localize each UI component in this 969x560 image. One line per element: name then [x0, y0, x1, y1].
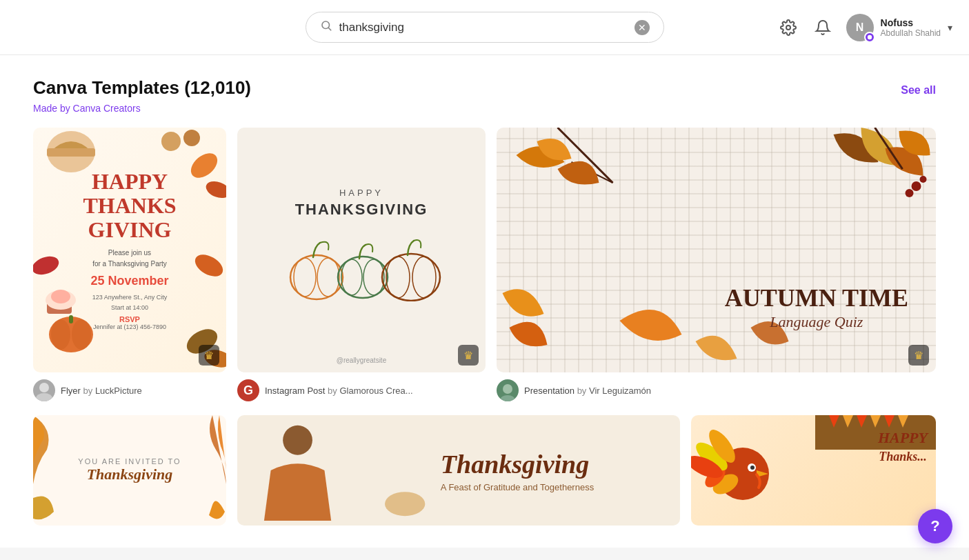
svg-rect-14	[47, 300, 72, 314]
svg-point-50	[717, 448, 769, 500]
svg-point-25	[317, 258, 339, 297]
svg-point-42	[385, 492, 425, 516]
svg-point-30	[386, 257, 410, 298]
svg-point-20	[183, 130, 200, 146]
section-title: Canva Templates (12,010)	[33, 77, 251, 99]
template-card-presentation[interactable]: AUTUMN TIME Language Quiz ♛ Presentation…	[497, 128, 936, 404]
help-button[interactable]: ?	[918, 509, 952, 543]
pres-subtitle: Language Quiz	[725, 313, 908, 331]
card-meta-text-flyer: Flyer by LuckPicture	[61, 386, 142, 396]
svg-marker-46	[857, 415, 867, 428]
creator-avatar-pres	[497, 379, 519, 401]
invite-inner: YOU ARE INVITED TO Thanksgiving	[78, 457, 181, 483]
svg-point-31	[412, 257, 436, 298]
crown-badge-pres: ♛	[908, 345, 929, 366]
svg-point-52	[748, 463, 756, 472]
svg-point-24	[294, 258, 316, 297]
svg-point-6	[186, 148, 222, 183]
flyer-date: 25 November	[83, 274, 176, 288]
feast-inner: Thanksgiving A Feast of Gratitude and To…	[441, 449, 594, 492]
svg-marker-48	[884, 415, 895, 428]
clear-icon: ✕	[638, 22, 646, 33]
creator-avatar-flyer	[33, 379, 55, 401]
template-card-flyer[interactable]: HAPPYTHANKSGIVING Please join usfor a Th…	[33, 128, 226, 404]
svg-point-21	[39, 383, 49, 392]
main-content: Canva Templates (12,010) See all Made by…	[0, 55, 969, 548]
user-name: Nofuss	[881, 17, 941, 28]
template-card-instagram[interactable]: HAPPY THANKSGIVING	[237, 128, 486, 404]
template-grid-bottom: YOU ARE INVITED TO Thanksgiving Thanksgi…	[33, 415, 936, 526]
ig-title: THANKSGIVING	[295, 201, 428, 219]
svg-point-7	[203, 179, 226, 201]
ig-handle: @reallygreatsite	[337, 357, 386, 364]
svg-point-58	[704, 426, 740, 467]
ig-happy: HAPPY	[339, 188, 383, 198]
svg-point-56	[692, 438, 732, 475]
section-header: Canva Templates (12,010) See all	[33, 77, 936, 99]
template-card-bird[interactable]: HAPPYThanks...	[691, 415, 936, 526]
svg-point-2	[786, 26, 790, 30]
crown-badge: ♛	[199, 345, 219, 366]
user-info: Nofuss Abdullah Shahid	[881, 17, 941, 38]
flyer-join: Please join usfor a Thanksgiving Party	[83, 248, 176, 270]
crown-badge-ig: ♛	[458, 345, 479, 366]
card-meta-text-pres: Presentation by Vir Leguizamón	[524, 386, 651, 396]
creator-avatar-ig: G	[237, 379, 259, 401]
svg-point-28	[363, 259, 384, 295]
svg-marker-51	[757, 470, 768, 477]
avatar: N	[846, 14, 874, 41]
svg-point-55	[701, 463, 729, 491]
invite-top: YOU ARE INVITED TO	[78, 457, 181, 466]
svg-marker-49	[898, 415, 908, 428]
svg-point-3	[867, 34, 871, 39]
notifications-button[interactable]	[812, 17, 834, 39]
svg-marker-47	[870, 415, 881, 428]
presentation-text: AUTUMN TIME Language Quiz	[725, 283, 908, 331]
header: ✕ N Nofus	[0, 0, 969, 55]
template-card-flyer2[interactable]: YOU ARE INVITED TO Thanksgiving	[33, 415, 226, 526]
search-input[interactable]	[339, 21, 628, 34]
feast-title: Thanksgiving	[441, 449, 594, 479]
see-all-link[interactable]: See all	[901, 84, 936, 97]
svg-marker-45	[843, 415, 853, 428]
user-subtitle: Abdullah Shahid	[881, 28, 941, 38]
svg-point-57	[691, 451, 726, 482]
search-icon	[320, 19, 332, 35]
svg-point-40	[500, 395, 515, 401]
template-card-feast[interactable]: Thanksgiving A Feast of Gratitude and To…	[237, 415, 680, 526]
gingham-bg	[497, 128, 936, 372]
svg-point-41	[283, 426, 312, 455]
card-meta-text-ig: Instagram Post by Glamorous Crea...	[265, 386, 413, 396]
pumpkins-row	[279, 232, 444, 301]
svg-point-27	[341, 259, 362, 295]
svg-point-19	[161, 132, 181, 151]
svg-point-39	[503, 384, 512, 394]
svg-point-9	[191, 250, 226, 281]
svg-point-54	[710, 470, 742, 499]
flyer-content: HAPPYTHANKSGIVING Please join usfor a Th…	[69, 156, 190, 344]
flyer-address: 123 Anywhere St., Any CityStart at 14:00	[83, 292, 176, 312]
card-meta-flyer: Flyer by LuckPicture	[33, 372, 226, 404]
flyer-title: HAPPYTHANKSGIVING	[83, 170, 176, 243]
help-icon: ?	[930, 517, 939, 535]
svg-point-16	[51, 290, 70, 303]
avatar-badge	[864, 32, 875, 43]
flyer-contact: Jennifer at (123) 456-7890	[83, 323, 176, 330]
header-right: N Nofuss Abdullah Shahid ▾	[777, 14, 952, 41]
card-meta-instagram: G Instagram Post by Glamorous Crea...	[237, 372, 486, 404]
search-bar[interactable]: ✕	[306, 12, 664, 43]
svg-point-11	[51, 319, 70, 350]
svg-point-8	[33, 253, 61, 278]
svg-line-1	[328, 28, 330, 30]
settings-button[interactable]	[777, 17, 799, 39]
svg-marker-44	[829, 415, 839, 428]
bird-text: HAPPYThanks...	[878, 429, 928, 465]
template-grid-top: HAPPYTHANKSGIVING Please join usfor a Th…	[33, 128, 936, 404]
user-section[interactable]: N Nofuss Abdullah Shahid ▾	[846, 14, 952, 41]
card-meta-presentation: Presentation by Vir Leguizamón	[497, 372, 936, 404]
svg-point-22	[36, 393, 52, 401]
svg-point-53	[750, 466, 755, 470]
section-subtitle: Made by Canva Creators	[33, 103, 936, 114]
clear-search-button[interactable]: ✕	[635, 20, 650, 35]
feast-subtitle: A Feast of Gratitude and Togetherness	[441, 482, 594, 492]
